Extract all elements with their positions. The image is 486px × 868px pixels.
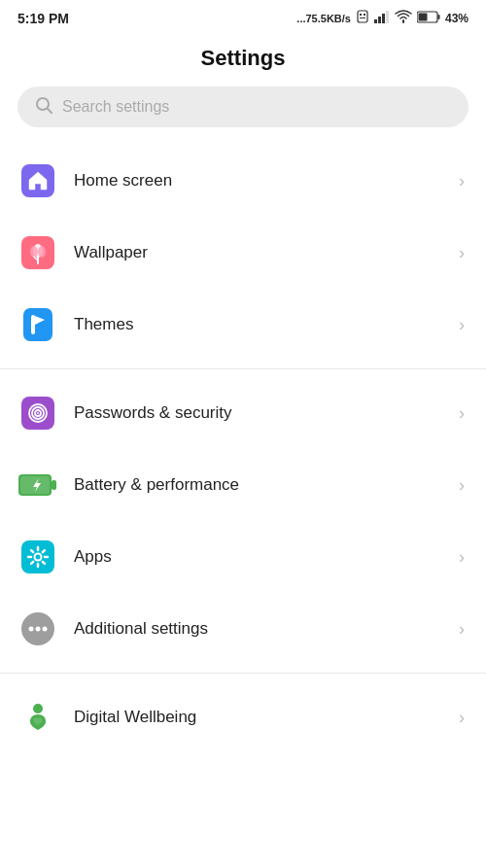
settings-item-wallpaper[interactable]: Wallpaper › bbox=[0, 217, 486, 289]
additional-label: Additional settings bbox=[74, 619, 459, 639]
svg-rect-5 bbox=[378, 17, 381, 23]
settings-item-apps[interactable]: Apps › bbox=[0, 521, 486, 593]
svg-rect-4 bbox=[374, 19, 377, 23]
settings-item-themes[interactable]: Themes › bbox=[0, 289, 486, 361]
search-bar-container: Search settings bbox=[0, 87, 486, 145]
svg-rect-6 bbox=[382, 14, 385, 23]
status-time: 5:19 PM bbox=[17, 11, 69, 26]
svg-rect-2 bbox=[364, 14, 365, 16]
svg-rect-20 bbox=[31, 315, 35, 334]
wallpaper-icon-wrap bbox=[17, 232, 58, 273]
divider-2 bbox=[0, 673, 486, 674]
additional-chevron: › bbox=[459, 619, 465, 640]
digital-wellbeing-label: Digital Wellbeing bbox=[74, 708, 459, 727]
home-screen-chevron: › bbox=[459, 171, 465, 191]
battery-label: Battery & performance bbox=[74, 475, 459, 495]
themes-label: Themes bbox=[74, 315, 459, 334]
apps-label: Apps bbox=[74, 547, 459, 567]
search-placeholder: Search settings bbox=[62, 98, 169, 116]
svg-line-39 bbox=[31, 562, 33, 564]
wallpaper-label: Wallpaper bbox=[74, 243, 459, 262]
svg-rect-3 bbox=[360, 17, 365, 18]
svg-rect-9 bbox=[437, 15, 439, 19]
svg-point-31 bbox=[36, 555, 41, 560]
apps-chevron: › bbox=[459, 547, 465, 568]
home-screen-icon-wrap bbox=[17, 160, 58, 201]
themes-icon-wrap bbox=[17, 304, 58, 345]
network-speed: ...75.5KB/s bbox=[296, 13, 351, 24]
passwords-label: Passwords & security bbox=[74, 403, 459, 423]
settings-item-battery[interactable]: Battery & performance › bbox=[0, 449, 486, 521]
signal-icon bbox=[374, 10, 390, 26]
digital-wellbeing-chevron: › bbox=[459, 708, 465, 728]
svg-line-12 bbox=[48, 109, 52, 113]
svg-point-17 bbox=[38, 246, 46, 258]
battery-status-icon bbox=[417, 11, 440, 26]
svg-rect-7 bbox=[386, 11, 389, 23]
home-screen-label: Home screen bbox=[74, 171, 459, 191]
settings-item-home-screen[interactable]: Home screen › bbox=[0, 145, 486, 217]
svg-point-41 bbox=[29, 627, 34, 632]
svg-rect-19 bbox=[23, 308, 52, 341]
svg-point-42 bbox=[36, 627, 41, 632]
search-bar[interactable]: Search settings bbox=[17, 87, 469, 127]
svg-point-16 bbox=[30, 246, 38, 258]
svg-rect-10 bbox=[418, 13, 427, 20]
page-title: Settings bbox=[0, 32, 486, 87]
battery-chevron: › bbox=[459, 475, 465, 496]
svg-point-43 bbox=[43, 627, 48, 632]
svg-line-36 bbox=[31, 550, 33, 552]
svg-point-44 bbox=[33, 704, 43, 713]
battery-icon-wrap bbox=[17, 465, 58, 505]
svg-rect-0 bbox=[358, 11, 367, 22]
wifi-icon bbox=[395, 10, 412, 26]
settings-item-passwords[interactable]: Passwords & security › bbox=[0, 377, 486, 449]
settings-item-additional[interactable]: Additional settings › bbox=[0, 593, 486, 665]
svg-point-11 bbox=[37, 98, 49, 110]
digital-wellbeing-icon-wrap bbox=[17, 697, 58, 738]
passwords-icon-wrap bbox=[17, 393, 58, 434]
svg-rect-27 bbox=[52, 480, 56, 490]
status-bar: 5:19 PM ...75.5KB/s bbox=[0, 0, 486, 32]
additional-icon-wrap bbox=[17, 608, 58, 649]
sim-icon bbox=[356, 10, 369, 26]
battery-percent: 43% bbox=[445, 12, 469, 25]
apps-icon-wrap bbox=[17, 537, 58, 577]
svg-line-37 bbox=[43, 562, 45, 564]
passwords-chevron: › bbox=[459, 403, 465, 424]
divider-1 bbox=[0, 368, 486, 369]
wallpaper-chevron: › bbox=[459, 243, 465, 263]
svg-point-25 bbox=[37, 412, 39, 414]
svg-rect-1 bbox=[360, 14, 362, 16]
themes-chevron: › bbox=[459, 315, 465, 335]
status-icons: ...75.5KB/s bbox=[296, 10, 469, 26]
settings-list: Home screen › Wallpaper › bbox=[0, 145, 486, 753]
svg-line-38 bbox=[43, 550, 45, 552]
settings-item-digital-wellbeing[interactable]: Digital Wellbeing › bbox=[0, 681, 486, 753]
search-icon bbox=[35, 96, 52, 118]
